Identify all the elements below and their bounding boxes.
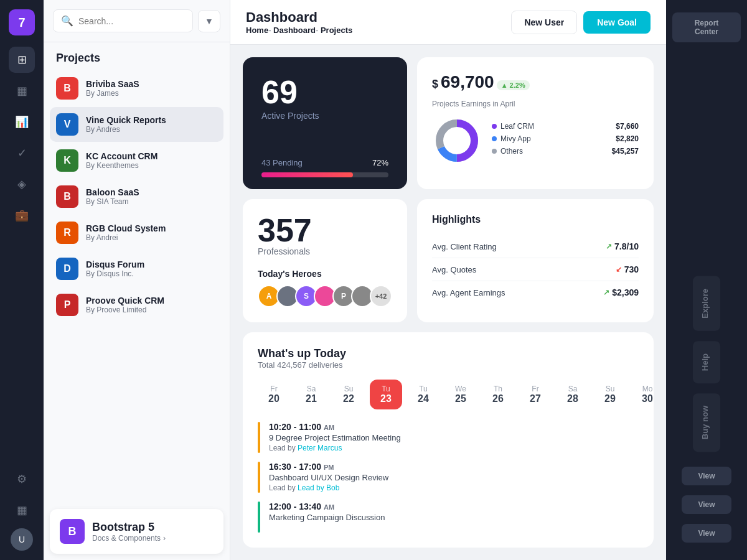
docs-link[interactable]: Docs & Components › <box>92 534 166 543</box>
nav-icon-settings[interactable]: ⚙ <box>9 466 35 492</box>
event-person-link[interactable]: Peter Marcus <box>298 444 342 452</box>
legend-items: Leaf CRM $7,660 Mivy App $2,820 Others $… <box>492 122 639 159</box>
earnings-subtitle: Projects Earnings in April <box>432 100 639 108</box>
card-active-projects: 69 Active Projects 43 Pending 72% <box>243 57 407 189</box>
view-button-3[interactable]: View <box>682 524 731 543</box>
project-icon: P <box>56 294 78 316</box>
day-name: Tu <box>382 385 390 393</box>
search-input-wrap[interactable]: 🔍 <box>53 9 193 32</box>
project-icon: R <box>56 222 78 244</box>
legend-dot: Leaf CRM <box>492 122 534 131</box>
event-details: 16:30 - 17:00 PM Dashboard UI/UX Design … <box>269 462 388 492</box>
nav-icon-dashboard[interactable]: ⊞ <box>9 47 35 73</box>
project-icon: D <box>56 258 78 280</box>
project-item[interactable]: K KC Account CRM By Keenthemes <box>50 143 223 178</box>
event-ampm: AM <box>324 503 334 511</box>
event-person-link[interactable]: Lead by Bob <box>298 483 339 492</box>
nav-icon-check[interactable]: ✓ <box>9 140 35 166</box>
calendar-day[interactable]: Mo 30 <box>631 380 664 409</box>
project-icon: K <box>56 149 78 172</box>
project-by: By Andrei <box>86 233 166 242</box>
donut-chart <box>432 116 482 166</box>
events-list: 10:20 - 11:00 AM 9 Degree Project Estima… <box>258 422 639 533</box>
project-icon: B <box>56 77 78 100</box>
highlight-label: Avg. Agent Earnings <box>432 288 505 297</box>
project-info: Vine Quick Reports By Andres <box>86 115 166 134</box>
event-bar <box>258 422 260 453</box>
side-tab-help[interactable]: Help <box>693 341 720 383</box>
legend-value: $45,257 <box>612 147 639 156</box>
calendar-day[interactable]: Fr 27 <box>519 380 552 409</box>
event-ampm: AM <box>324 424 334 431</box>
event-title: 9 Degree Project Estimation Meeting <box>269 433 401 442</box>
calendar-day[interactable]: Fr 20 <box>258 380 290 409</box>
event-title: Dashboard UI/UX Design Review <box>269 473 388 482</box>
calendar-day[interactable]: Tu 23 <box>370 380 402 409</box>
day-number: 23 <box>380 393 392 404</box>
user-avatar[interactable]: U <box>11 528 33 551</box>
new-goal-button[interactable]: New Goal <box>583 11 651 34</box>
whatsup-subtitle: Total 424,567 deliveries <box>258 360 639 370</box>
user-badge[interactable]: 7 <box>9 9 35 35</box>
nav-icon-briefcase[interactable]: 💼 <box>9 202 35 228</box>
project-name: Proove Quick CRM <box>86 296 164 306</box>
nav-icon-chart[interactable]: 📊 <box>9 109 35 135</box>
legend-item: Mivy App $2,820 <box>492 134 639 143</box>
day-number: 24 <box>418 393 429 404</box>
header-actions: New User New Goal <box>511 11 651 34</box>
highlight-row: Avg. Quotes ↙ 730 <box>432 258 639 281</box>
day-number: 29 <box>604 393 616 404</box>
bootstrap-panel: B Bootstrap 5 Docs & Components › <box>50 509 223 554</box>
legend-dot: Others <box>492 147 523 156</box>
calendar-day[interactable]: We 25 <box>444 380 477 409</box>
trend-down-icon: ↙ <box>616 265 622 274</box>
calendar-day[interactable]: Su 29 <box>594 380 626 409</box>
nav-icon-grid2[interactable]: ▦ <box>9 497 35 523</box>
project-icon: B <box>56 185 78 208</box>
day-number: 27 <box>530 393 541 404</box>
view-button-1[interactable]: View <box>682 467 731 485</box>
prof-number: 357 <box>258 214 392 246</box>
calendar-day[interactable]: Tu 24 <box>407 380 439 409</box>
project-icon: V <box>56 113 78 136</box>
sidebar-nav: 7 ⊞ ▦ 📊 ✓ ◈ 💼 ⚙ ▦ U <box>0 0 44 560</box>
project-name: Briviba SaaS <box>86 79 139 89</box>
project-item[interactable]: D Disqus Forum By Disqus Inc. <box>50 251 223 286</box>
report-center-button[interactable]: Report Center <box>672 12 741 42</box>
day-name: Su <box>606 385 615 393</box>
day-name: Mo <box>642 385 653 393</box>
new-user-button[interactable]: New User <box>511 11 577 34</box>
project-item[interactable]: P Proove Quick CRM By Proove Limited <box>50 287 223 322</box>
project-by: By James <box>86 89 139 98</box>
header-title-wrap: Dashboard Home- Dashboard- Projects <box>246 9 352 35</box>
whatsup-header: What's up Today Total 424,567 deliveries <box>258 347 639 370</box>
trend-up-icon: ↗ <box>603 288 609 297</box>
project-info: Baloon SaaS By SIA Team <box>86 187 139 206</box>
legend-item: Leaf CRM $7,660 <box>492 122 639 131</box>
project-by: By Proove Limited <box>86 306 164 314</box>
view-button-2[interactable]: View <box>682 495 731 514</box>
filter-icon[interactable]: ▼ <box>198 10 220 32</box>
projects-title: Projects <box>44 42 230 71</box>
calendar-day[interactable]: Sa 21 <box>295 380 327 409</box>
day-number: 22 <box>343 393 354 404</box>
calendar-day[interactable]: Sa 28 <box>557 380 589 409</box>
side-tab-explore[interactable]: Explore <box>693 276 720 331</box>
calendar-day[interactable]: Th 26 <box>482 380 514 409</box>
calendar-day[interactable]: Su 22 <box>332 380 365 409</box>
nav-icon-layers[interactable]: ◈ <box>9 171 35 197</box>
project-item[interactable]: B Baloon SaaS By SIA Team <box>50 179 223 214</box>
project-item[interactable]: R RGB Cloud System By Andrei <box>50 215 223 250</box>
day-number: 25 <box>455 393 466 404</box>
day-number: 20 <box>268 393 280 404</box>
search-input[interactable] <box>78 16 185 26</box>
project-name: Baloon SaaS <box>86 187 139 197</box>
project-item[interactable]: B Briviba SaaS By James <box>50 71 223 106</box>
event-bar <box>258 462 260 493</box>
highlight-value: ↗ $2,309 <box>603 287 639 297</box>
side-tab-buy[interactable]: Buy now <box>693 393 720 452</box>
nav-icon-grid[interactable]: ▦ <box>9 78 35 104</box>
project-item[interactable]: V Vine Quick Reports By Andres <box>50 107 223 142</box>
legend-dot: Mivy App <box>492 134 531 143</box>
event-item: 10:20 - 11:00 AM 9 Degree Project Estima… <box>258 422 639 453</box>
